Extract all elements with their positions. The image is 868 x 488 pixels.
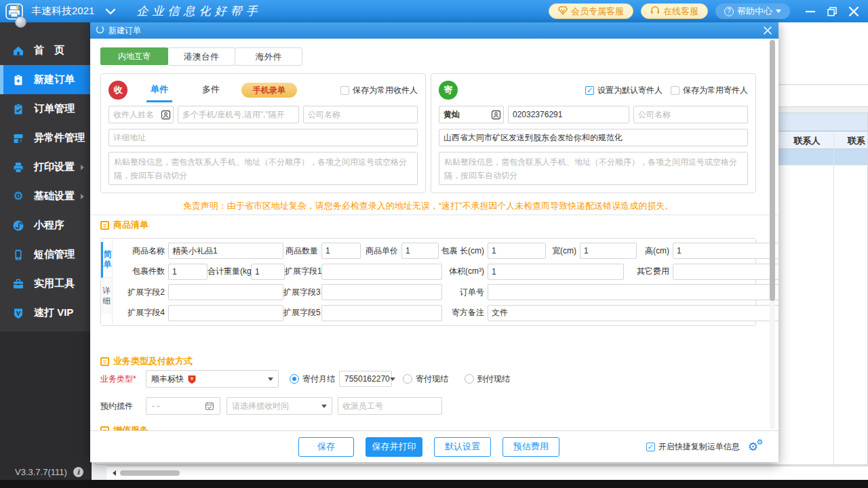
restore-button[interactable]	[823, 3, 841, 20]
modal-scrollbar[interactable]	[770, 40, 775, 429]
chevron-down-icon	[268, 378, 273, 381]
address-book-icon[interactable]	[490, 109, 502, 121]
sidebar-item-home[interactable]: 首 页	[0, 36, 92, 65]
sidebar-item-new-order[interactable]: 新建订单	[0, 65, 92, 94]
sender-company-input[interactable]	[633, 106, 748, 123]
pickup-time-select[interactable]: 请选择揽收时间	[226, 397, 332, 415]
sender-remark-input[interactable]	[488, 305, 778, 321]
close-app-button[interactable]	[845, 3, 863, 20]
other-fee-input[interactable]	[673, 264, 778, 280]
info-icon[interactable]: i	[73, 467, 83, 477]
sender-phone-input[interactable]	[508, 106, 629, 123]
phone-icon	[12, 249, 25, 261]
app-menu-chevron-down-icon[interactable]	[105, 8, 116, 15]
online-service-button[interactable]: 在线客服	[641, 3, 708, 19]
chevron-down-icon	[321, 405, 327, 408]
sidebar-item-order-manage[interactable]: 订单管理	[0, 94, 92, 123]
sidebar-item-vip[interactable]: 速打 VIP	[0, 298, 92, 327]
tab-single-item[interactable]: 单件	[146, 82, 172, 102]
sender-paste-textarea[interactable]	[439, 152, 748, 185]
pickup-date-value: - -	[152, 401, 159, 411]
recipient-company-input[interactable]	[303, 106, 418, 123]
help-center-button[interactable]: ? 帮助中心	[715, 3, 790, 19]
goods-name-input[interactable]	[168, 243, 283, 259]
sidebar-item-miniprogram[interactable]: 小程序	[0, 211, 92, 240]
phone-entry-button[interactable]: 手机录单	[241, 83, 297, 98]
default-settings-button[interactable]: 默认设置	[434, 437, 491, 457]
estimate-fee-button[interactable]: 预估费用	[502, 437, 559, 457]
ext-field5-input[interactable]	[321, 305, 442, 321]
ext-field3-input[interactable]	[321, 284, 442, 300]
goods-section-title: 商品清单	[113, 219, 149, 231]
tab-goods-detail[interactable]: 详细	[101, 278, 112, 314]
sidebar-item-tools[interactable]: 实用工具	[0, 269, 92, 298]
sender-panel: 寄 ✓ 设置为默认寄件人 保存为常用寄件人	[431, 73, 756, 193]
sidebar-item-sms[interactable]: 短信管理	[0, 240, 92, 269]
member-service-button[interactable]: 会员专属客服	[549, 3, 633, 19]
ext-field1-input[interactable]	[321, 264, 442, 280]
monthly-account-select[interactable]: 7550162270	[339, 371, 392, 387]
sidebar-item-abnormal[interactable]: 异常件管理	[0, 123, 92, 152]
goods-section-icon	[100, 221, 109, 230]
modal-close-icon[interactable]	[762, 24, 774, 37]
save-common-recipient-checkbox[interactable]: 保存为常用收件人	[340, 85, 418, 96]
volume-input[interactable]	[488, 264, 624, 280]
address-book-icon[interactable]	[160, 109, 172, 121]
scroll-left-arrow-icon[interactable]	[113, 470, 116, 476]
tab-hk-macao-taiwan[interactable]: 港澳台件	[167, 47, 235, 66]
recipient-address-input[interactable]	[108, 129, 418, 146]
sidebar-item-basic-settings[interactable]: ⚙ 基础设置	[0, 182, 92, 211]
recipient-entry-tabs: 单件 多件	[146, 82, 224, 102]
save-and-print-button[interactable]: 保存并打印	[366, 437, 422, 457]
pay-monthly-radio[interactable]	[290, 374, 299, 384]
pay-receiver-cash-radio[interactable]	[465, 374, 474, 384]
package-height-input[interactable]	[673, 243, 778, 259]
default-sender-checkbox[interactable]: ✓ 设置为默认寄件人	[585, 85, 663, 96]
goods-qty-input[interactable]	[321, 243, 361, 259]
sidebar-item-label: 订单管理	[34, 102, 75, 115]
sidebar-item-label: 速打 VIP	[34, 306, 73, 319]
window-controls	[802, 3, 863, 20]
sf-shield-badge-icon	[188, 375, 196, 384]
app-slogan: 企业信息化好帮手	[136, 3, 261, 19]
modal-refresh-icon	[96, 25, 104, 36]
horizontal-scrollbar-thumb[interactable]	[120, 470, 180, 476]
sidebar-item-label: 异常件管理	[34, 131, 85, 144]
ext-field4-input[interactable]	[168, 305, 283, 321]
tab-multi-item[interactable]: 多件	[198, 82, 224, 102]
business-type-label: 业务类型*	[100, 373, 146, 385]
minimize-button[interactable]	[802, 3, 819, 20]
field-label: 宽(cm)	[546, 245, 580, 257]
package-count-input[interactable]	[168, 264, 208, 280]
business-type-select[interactable]: 顺丰标快	[146, 370, 279, 388]
save-common-sender-checkbox[interactable]: 保存为常用寄件人	[671, 85, 748, 96]
boxes-alert-icon	[12, 132, 25, 144]
sender-address-input[interactable]	[439, 129, 748, 146]
ext-field2-input[interactable]	[168, 284, 283, 300]
total-weight-input[interactable]	[251, 264, 285, 280]
tab-domestic[interactable]: 内地互寄	[100, 47, 168, 65]
pickup-date-input[interactable]: - -	[146, 397, 220, 415]
package-width-input[interactable]	[580, 243, 637, 259]
clipboard-plus-icon	[12, 74, 25, 86]
miniprogram-icon	[12, 220, 25, 232]
tab-goods-simple[interactable]: 简单	[101, 242, 112, 278]
footer-right-group: ✓ 开启快捷复制运单信息 ⚙⚙	[646, 441, 758, 453]
goods-price-input[interactable]	[401, 243, 439, 259]
save-button[interactable]: 保存	[298, 437, 354, 457]
monthly-account-value: 7550162270	[344, 374, 390, 384]
sidebar-item-print-settings[interactable]: 打印设置	[0, 152, 92, 182]
recipient-paste-textarea[interactable]	[108, 152, 418, 185]
courier-id-input[interactable]	[338, 397, 442, 415]
package-length-input[interactable]	[488, 243, 546, 259]
recipient-phone-input[interactable]	[178, 106, 299, 123]
recipient-panel-header: 收 单件 多件 手机录单 保存为常用收件人	[108, 80, 418, 100]
settings-gears-icon[interactable]: ⚙⚙	[748, 441, 758, 453]
logo-medal-badge	[15, 16, 26, 28]
tab-overseas[interactable]: 海外件	[235, 47, 302, 66]
quick-copy-checkbox[interactable]: ✓ 开启快捷复制运单信息	[646, 441, 740, 453]
checkbox-checked-icon: ✓	[585, 86, 594, 95]
modal-scrollbar-thumb[interactable]	[770, 40, 775, 301]
order-number-input[interactable]	[488, 284, 778, 300]
pay-sender-cash-radio[interactable]	[403, 374, 412, 384]
